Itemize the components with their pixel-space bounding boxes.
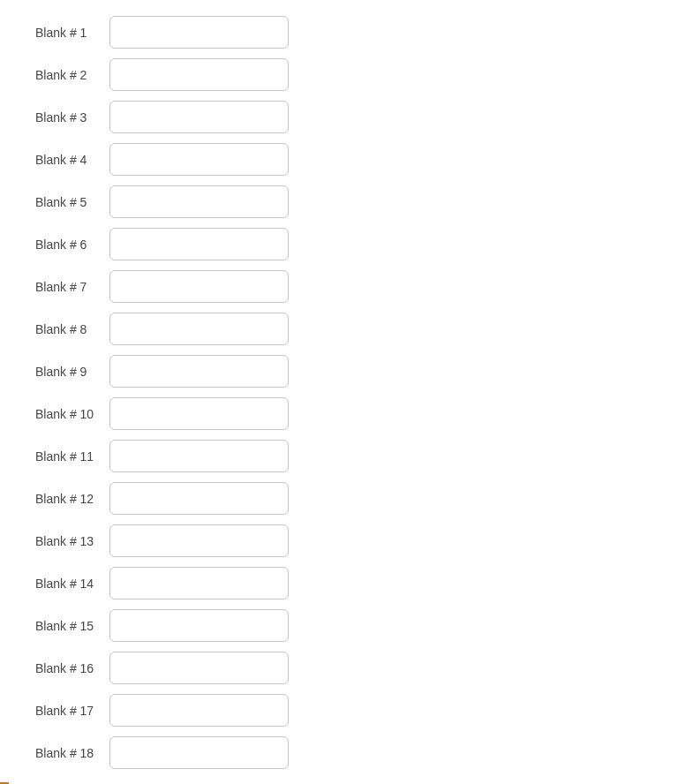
blank-row: Blank # 9: [35, 355, 685, 388]
blank-input-13[interactable]: [109, 524, 289, 557]
blank-input-16[interactable]: [109, 652, 289, 684]
blank-row: Blank # 17: [35, 694, 685, 727]
blank-input-2[interactable]: [109, 58, 289, 91]
blank-input-6[interactable]: [109, 228, 289, 260]
blank-input-3[interactable]: [109, 101, 289, 133]
blank-label: Blank # 12: [35, 492, 102, 506]
blank-input-15[interactable]: [109, 609, 289, 642]
blank-label: Blank # 16: [35, 661, 102, 675]
blank-input-5[interactable]: [109, 185, 289, 218]
blank-row: Blank # 11: [35, 440, 685, 472]
blank-label: Blank # 14: [35, 577, 102, 591]
blank-row: Blank # 3: [35, 101, 685, 133]
blank-row: Blank # 8: [35, 313, 685, 345]
blank-input-14[interactable]: [109, 567, 289, 599]
blank-label: Blank # 15: [35, 619, 102, 633]
blank-row: Blank # 2: [35, 58, 685, 91]
blank-label: Blank # 4: [35, 153, 102, 167]
blank-label: Blank # 13: [35, 534, 102, 548]
blank-label: Blank # 17: [35, 704, 102, 718]
blank-label: Blank # 7: [35, 280, 102, 294]
blank-label: Blank # 1: [35, 26, 102, 40]
blank-label: Blank # 11: [35, 449, 102, 464]
blank-input-4[interactable]: [109, 143, 289, 176]
blank-label: Blank # 3: [35, 110, 102, 124]
blank-row: Blank # 7: [35, 270, 685, 303]
blank-row: Blank # 1: [35, 16, 685, 49]
blank-input-9[interactable]: [109, 355, 289, 388]
blank-label: Blank # 9: [35, 365, 102, 379]
blank-input-11[interactable]: [109, 440, 289, 472]
blank-row: Blank # 16: [35, 652, 685, 684]
blank-input-18[interactable]: [109, 736, 289, 769]
blank-row: Blank # 18: [35, 736, 685, 769]
blank-input-12[interactable]: [109, 482, 289, 515]
blank-row: Blank # 6: [35, 228, 685, 260]
blank-label: Blank # 18: [35, 746, 102, 760]
blank-input-10[interactable]: [109, 397, 289, 430]
blank-row: Blank # 14: [35, 567, 685, 599]
blank-row: Blank # 13: [35, 524, 685, 557]
blank-label: Blank # 5: [35, 195, 102, 209]
blank-input-1[interactable]: [109, 16, 289, 49]
blank-row: Blank # 5: [35, 185, 685, 218]
blank-input-17[interactable]: [109, 694, 289, 727]
blank-row: Blank # 4: [35, 143, 685, 176]
blank-row: Blank # 12: [35, 482, 685, 515]
blank-input-7[interactable]: [109, 270, 289, 303]
blank-row: Blank # 15: [35, 609, 685, 642]
blank-label: Blank # 6: [35, 237, 102, 252]
blank-row: Blank # 10: [35, 397, 685, 430]
blanks-container: Blank # 1 Blank # 2 Blank # 3 Blank # 4 …: [35, 16, 685, 769]
blank-label: Blank # 8: [35, 322, 102, 336]
blank-input-8[interactable]: [109, 313, 289, 345]
blank-label: Blank # 2: [35, 68, 102, 82]
blank-label: Blank # 10: [35, 407, 102, 421]
